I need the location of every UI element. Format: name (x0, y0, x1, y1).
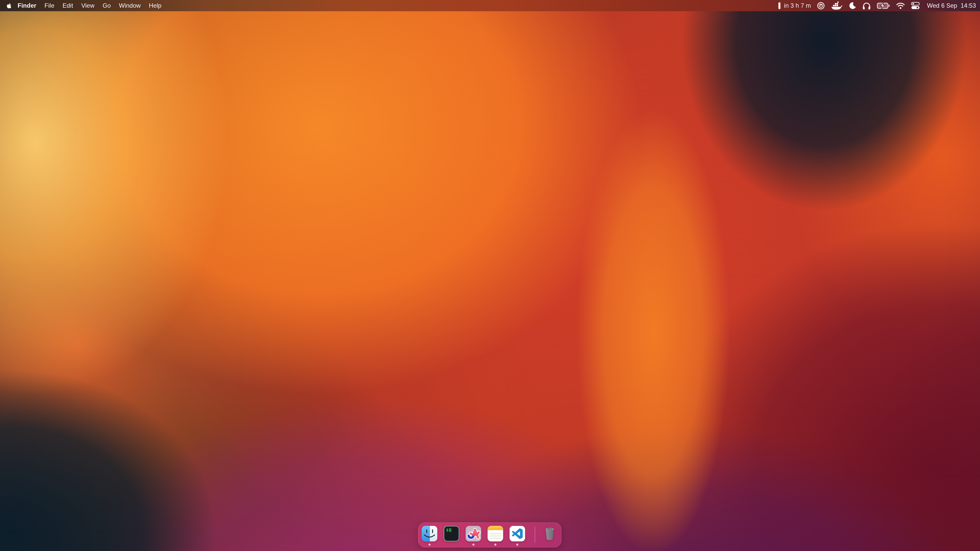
dock-item-finder[interactable] (422, 526, 438, 541)
running-indicator (428, 544, 431, 546)
vscode-icon (509, 526, 525, 541)
arc-browser-icon (466, 526, 481, 541)
headphones-icon[interactable] (862, 2, 871, 10)
battery-charging-icon[interactable] (877, 2, 890, 9)
menu-help[interactable]: Help (145, 0, 165, 11)
onepassword-icon[interactable] (817, 2, 825, 10)
menu-bar-status: in 3 h 7 m (770, 0, 980, 11)
dock-item-trash[interactable] (542, 526, 558, 541)
dock: $ (418, 522, 562, 548)
trash-icon (542, 526, 558, 541)
headphones-glyph-icon (862, 2, 871, 10)
docker-icon[interactable] (831, 2, 843, 10)
dock-item-notes[interactable] (487, 526, 503, 541)
control-center-toggles-icon (911, 2, 920, 10)
timer-capsule (778, 2, 780, 9)
notes-icon (487, 526, 503, 541)
running-indicator (516, 544, 518, 546)
menu-bar: Finder File Edit View Go Window Help in … (0, 0, 980, 11)
wifi-icon[interactable] (896, 2, 905, 9)
onepassword-keyhole-icon (817, 2, 825, 10)
focus-moon-icon[interactable] (849, 2, 856, 10)
desktop: Finder File Edit View Go Window Help in … (0, 0, 980, 551)
apple-icon (6, 3, 11, 9)
dock-item-arc[interactable] (466, 526, 481, 541)
dock-item-vscode[interactable] (509, 526, 525, 541)
menu-file[interactable]: File (40, 0, 59, 11)
wifi-glyph-icon (896, 2, 905, 9)
apple-menu[interactable] (0, 0, 16, 11)
control-center-icon[interactable] (911, 2, 920, 10)
dock-item-terminal[interactable]: $ (444, 526, 460, 541)
docker-whale-icon (831, 2, 843, 10)
wallpaper (0, 0, 980, 551)
menu-edit[interactable]: Edit (59, 0, 77, 11)
dock-divider-handle[interactable] (535, 527, 535, 543)
finder-icon (422, 526, 438, 541)
menu-go[interactable]: Go (99, 0, 115, 11)
timer-bar-icon[interactable] (776, 2, 780, 9)
menu-view[interactable]: View (77, 0, 99, 11)
menu-app-name[interactable]: Finder (16, 0, 40, 11)
running-indicator (494, 544, 496, 546)
menu-bar-left: Finder File Edit View Go Window Help (0, 0, 165, 11)
battery-icon (877, 2, 890, 9)
timer-status-text[interactable]: in 3 h 7 m (784, 2, 811, 9)
terminal-prompt: $ (446, 528, 449, 532)
menu-bar-clock[interactable]: Wed 6 Sep 14:53 (927, 2, 976, 9)
menu-window[interactable]: Window (115, 0, 145, 11)
terminal-icon: $ (444, 526, 460, 541)
moon-icon (849, 2, 856, 10)
running-indicator (473, 544, 474, 546)
